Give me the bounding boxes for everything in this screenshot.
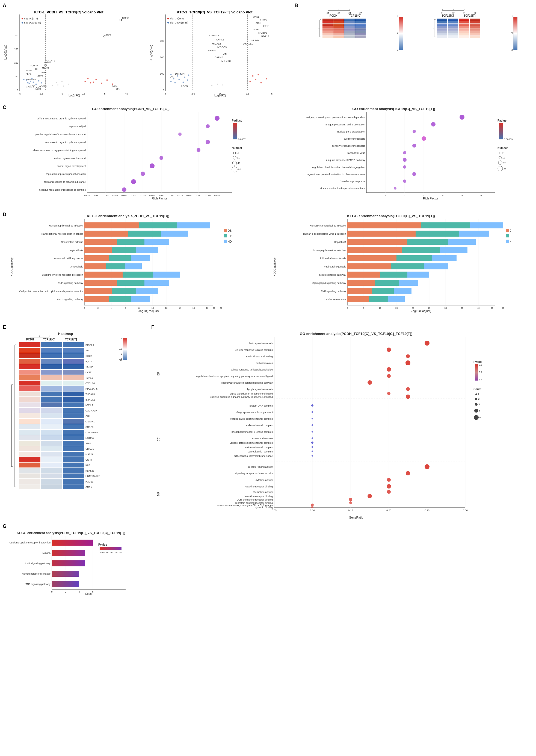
svg-rect-518 bbox=[41, 441, 62, 446]
svg-rect-136 bbox=[322, 23, 333, 26]
svg-rect-343 bbox=[161, 231, 188, 236]
svg-text:18: 18 bbox=[206, 307, 209, 309]
svg-rect-179 bbox=[470, 21, 480, 23]
svg-rect-348 bbox=[112, 247, 136, 253]
go2-title: GO enrichment analysis(TCF19[C]_VS_TCF19… bbox=[352, 107, 435, 111]
svg-text:DYNCIHI: DYNCIHI bbox=[175, 72, 185, 75]
svg-rect-466 bbox=[41, 370, 62, 375]
svg-text:#1: #1 bbox=[326, 12, 329, 15]
svg-rect-195 bbox=[470, 31, 480, 33]
svg-rect-423 bbox=[347, 280, 375, 286]
svg-text:GDF15: GDF15 bbox=[261, 35, 269, 38]
svg-text:CAPN2: CAPN2 bbox=[215, 56, 223, 59]
svg-rect-501 bbox=[19, 419, 40, 424]
svg-rect-129 bbox=[333, 18, 344, 21]
svg-rect-140 bbox=[322, 26, 333, 28]
svg-point-606 bbox=[311, 442, 314, 444]
svg-point-608 bbox=[312, 450, 313, 452]
svg-text:CSF3: CSF3 bbox=[85, 458, 92, 461]
svg-rect-474 bbox=[41, 380, 62, 385]
svg-text:MICAL2: MICAL2 bbox=[212, 42, 221, 45]
svg-point-15 bbox=[27, 82, 29, 84]
svg-rect-630 bbox=[475, 364, 478, 380]
svg-rect-471 bbox=[63, 375, 84, 380]
svg-rect-159 bbox=[355, 36, 366, 38]
svg-rect-148 bbox=[322, 31, 333, 33]
svg-text:CST7: CST7 bbox=[37, 75, 43, 77]
svg-rect-458 bbox=[41, 359, 62, 364]
svg-rect-352 bbox=[131, 255, 150, 261]
svg-point-29 bbox=[56, 82, 57, 83]
svg-text:Viral protein interaction with: Viral protein interaction with cytokine … bbox=[19, 290, 83, 293]
svg-point-92 bbox=[258, 74, 259, 75]
svg-rect-413 bbox=[440, 247, 467, 253]
svg-rect-150 bbox=[344, 31, 355, 33]
go-f-bp-label: BP bbox=[157, 372, 160, 376]
svg-rect-417 bbox=[347, 263, 391, 270]
svg-text:0: 0 bbox=[163, 89, 164, 91]
svg-text:LINC00680: LINC00680 bbox=[85, 431, 98, 434]
svg-rect-193 bbox=[448, 31, 458, 33]
svg-point-38 bbox=[93, 82, 94, 83]
svg-rect-455 bbox=[63, 353, 84, 358]
svg-text:OASL: OASL bbox=[112, 85, 118, 88]
svg-text:animal organ development: animal organ development bbox=[57, 165, 86, 167]
svg-rect-187 bbox=[470, 26, 480, 28]
svg-rect-523 bbox=[63, 446, 84, 451]
svg-rect-463 bbox=[63, 364, 84, 369]
panel-a-label: A bbox=[3, 3, 6, 9]
svg-rect-509 bbox=[19, 430, 40, 435]
svg-point-302 bbox=[498, 161, 502, 164]
svg-text:0.25: 0.25 bbox=[424, 509, 429, 512]
svg-point-25 bbox=[52, 85, 53, 86]
svg-rect-547 bbox=[63, 479, 84, 484]
svg-point-628 bbox=[311, 504, 314, 506]
svg-point-602 bbox=[312, 418, 313, 419]
svg-rect-479 bbox=[63, 386, 84, 391]
svg-text:phosphatidylinositol 3-kinase : phosphatidylinositol 3-kinase complex bbox=[232, 431, 273, 433]
svg-text:regulation of extrinsic apopto: regulation of extrinsic apoptotic signal… bbox=[196, 375, 273, 378]
svg-rect-138 bbox=[344, 23, 355, 26]
svg-text:chemokine receptor binding: chemokine receptor binding bbox=[243, 495, 273, 498]
svg-text:4: 4 bbox=[78, 591, 80, 593]
svg-text:KLB: KLB bbox=[85, 464, 90, 467]
svg-rect-491 bbox=[63, 403, 84, 407]
svg-text:0.15: 0.15 bbox=[348, 509, 353, 512]
svg-point-298 bbox=[499, 152, 501, 154]
svg-rect-144 bbox=[322, 28, 333, 31]
svg-rect-359 bbox=[84, 280, 117, 286]
row-d: D KEGG enrichment analysis(PCDH_VS_TCF19… bbox=[3, 212, 533, 322]
volcano1-sigdown-legend: Sig_Down(387) bbox=[24, 21, 41, 24]
go1-legend-padjust: Padjust bbox=[232, 119, 242, 122]
svg-point-33 bbox=[96, 79, 97, 80]
svg-rect-510 bbox=[41, 430, 62, 435]
svg-text:20: 20 bbox=[412, 307, 414, 309]
svg-rect-345 bbox=[117, 239, 145, 245]
svg-point-254 bbox=[233, 156, 236, 159]
svg-text:PARPC1: PARPC1 bbox=[215, 38, 224, 41]
svg-rect-118 bbox=[399, 17, 403, 50]
svg-rect-354 bbox=[106, 263, 125, 270]
svg-point-287 bbox=[431, 122, 436, 126]
svg-point-292 bbox=[403, 158, 407, 162]
svg-point-585 bbox=[387, 374, 391, 378]
svg-rect-660 bbox=[52, 560, 84, 566]
svg-rect-362 bbox=[84, 288, 112, 294]
panel-f: F GO enrichment analysis(PCDH_TCF19[C]_V… bbox=[151, 324, 533, 521]
svg-rect-462 bbox=[41, 364, 62, 369]
svg-text:45: 45 bbox=[491, 307, 493, 309]
heatmap-b1: 2 0 -2 #1 #2 #1 #2 PCDH TCF19[C] bbox=[295, 9, 409, 99]
svg-text:2: 2 bbox=[404, 194, 406, 197]
svg-rect-172 bbox=[437, 18, 447, 21]
svg-rect-525 bbox=[19, 451, 40, 456]
svg-point-605 bbox=[312, 437, 313, 439]
svg-text:16: 16 bbox=[236, 152, 239, 154]
kegg-g-pvalue-legend: Pvalue bbox=[98, 543, 107, 546]
svg-text:-2: -2 bbox=[511, 48, 513, 51]
svg-text:16: 16 bbox=[192, 307, 195, 309]
svg-rect-493 bbox=[19, 408, 40, 413]
svg-point-90 bbox=[266, 78, 267, 80]
svg-text:sodium channel complex: sodium channel complex bbox=[246, 424, 273, 427]
svg-rect-141 bbox=[333, 26, 344, 28]
kegg-panel-1: KEGG enrichment analysis(PCDH_VS_TCF19[C… bbox=[7, 212, 270, 322]
